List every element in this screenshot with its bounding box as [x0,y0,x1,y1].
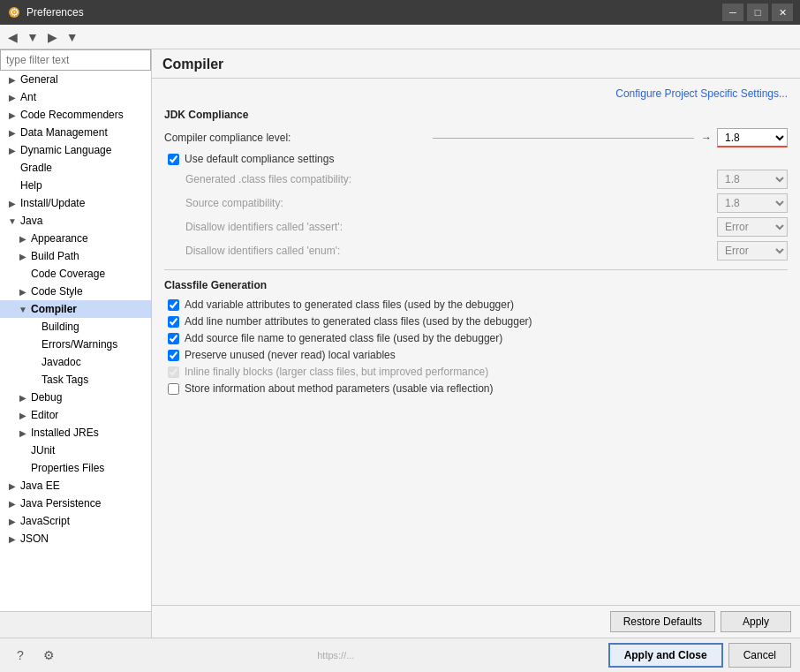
sidebar-item-appearance[interactable]: ▶Appearance [0,230,151,247]
help-icon-button[interactable]: ? [9,644,32,667]
sidebar-item-data-management[interactable]: ▶Data Management [0,124,151,141]
sidebar-item-label-gradle: Gradle [20,162,52,174]
apply-close-button[interactable]: Apply and Close [608,643,723,668]
classfile-row-inline-finally: Inline finally blocks (larger class file… [164,366,788,378]
generated-select[interactable]: 1.8 [717,170,788,189]
label-preserve-unused[interactable]: Preserve unused (never read) local varia… [185,349,396,361]
arrow-right-icon: → [701,132,712,144]
expander-editor: ▶ [18,410,28,420]
label-add-line-number[interactable]: Add line number attributes to generated … [185,315,532,328]
classfile-row-add-source-file: Add source file name to generated class … [164,332,788,344]
checkbox-add-line-number[interactable] [168,316,179,328]
sidebar-item-label-install-update: Install/Update [20,197,85,209]
expander-general: ▶ [7,74,18,85]
sidebar-item-label-java-ee: Java EE [20,479,60,492]
expander-ant: ▶ [7,92,18,102]
app-icon: ⚙ [7,5,21,19]
label-add-variable[interactable]: Add variable attributes to generated cla… [185,298,514,311]
source-compat-row: Source compatibility: 1.8 [164,193,788,213]
expander-java: ▼ [7,215,18,226]
dialog-bottom-bar: ? ⚙ https://... Apply and Close Cancel [0,638,800,672]
checkbox-add-variable[interactable] [168,299,179,311]
watermark-text: https://... [317,650,354,661]
back-dropdown-button[interactable]: ▼ [22,28,43,46]
maximize-button[interactable]: □ [747,4,768,21]
sidebar-item-label-debug: Debug [31,391,62,404]
sidebar-item-compiler[interactable]: ▼Compiler [0,300,151,318]
compliance-level-select[interactable]: 1.8 1.7 1.6 11 14 [717,128,788,147]
sidebar-bottom [0,611,151,638]
bottom-left-actions: ? ⚙ [9,644,60,667]
sidebar-item-build-path[interactable]: ▶Build Path [0,247,151,265]
sidebar-item-code-recommenders[interactable]: ▶Code Recommenders [0,106,151,124]
cancel-button[interactable]: Cancel [728,643,791,668]
sidebar-item-general[interactable]: ▶General [0,71,151,88]
use-default-label[interactable]: Use default compliance settings [185,153,334,165]
sidebar-item-code-coverage[interactable]: Code Coverage [0,265,151,283]
configure-link-row: Configure Project Specific Settings... [164,87,788,100]
sidebar-item-help[interactable]: Help [0,177,151,194]
content-pane: Compiler Configure Project Specific Sett… [152,49,800,638]
forward-dropdown-button[interactable]: ▼ [62,28,83,46]
sidebar-item-dynamic-language[interactable]: ▶Dynamic Language [0,141,151,159]
sidebar-item-javascript[interactable]: ▶JavaScript [0,512,151,530]
settings-icon-button[interactable]: ⚙ [37,644,60,667]
expander-data-management: ▶ [7,127,18,138]
sidebar-item-label-json: JSON [20,532,49,545]
sidebar-item-junit[interactable]: JUnit [0,442,151,459]
sidebar-item-code-style[interactable]: ▶Code Style [0,283,151,300]
sidebar-item-javadoc[interactable]: Javadoc [0,353,151,371]
back-button[interactable]: ◀ [4,28,22,46]
forward-button[interactable]: ▶ [43,28,62,46]
checkbox-add-source-file[interactable] [168,333,179,344]
close-button[interactable]: ✕ [772,4,793,21]
label-inline-finally: Inline finally blocks (larger class file… [185,366,488,378]
sidebar-item-label-compiler: Compiler [31,303,77,315]
apply-button[interactable]: Apply [721,611,791,632]
configure-project-link[interactable]: Configure Project Specific Settings... [615,87,788,100]
sidebar-item-task-tags[interactable]: Task Tags [0,371,151,389]
sidebar-item-installed-jres[interactable]: ▶Installed JREs [0,424,151,442]
sidebar-item-label-general: General [20,73,58,86]
sidebar-item-java[interactable]: ▼Java [0,212,151,230]
sidebar-item-errors-warnings[interactable]: Errors/Warnings [0,336,151,353]
restore-defaults-button[interactable]: Restore Defaults [610,611,715,632]
expander-task-tags [28,374,39,385]
label-store-method-params[interactable]: Store information about method parameter… [185,382,494,395]
tree-container: ▶General▶Ant▶Code Recommenders▶Data Mana… [0,71,151,611]
sidebar-item-properties-files[interactable]: Properties Files [0,459,151,477]
sidebar-item-debug[interactable]: ▶Debug [0,389,151,406]
sidebar-item-json[interactable]: ▶JSON [0,530,151,547]
titlebar: ⚙ Preferences ─ □ ✕ [0,0,800,25]
checkbox-store-method-params[interactable] [168,383,179,395]
sidebar-item-install-update[interactable]: ▶Install/Update [0,194,151,212]
checkbox-preserve-unused[interactable] [168,350,179,361]
disallow-enum-select[interactable]: Error Warning Ignore [717,241,788,260]
sidebar-item-label-installed-jres: Installed JREs [31,427,99,439]
bottom-bar: Restore Defaults Apply [152,605,800,638]
classfile-row-add-line-number: Add line number attributes to generated … [164,315,788,328]
disallow-assert-select[interactable]: Error Warning Ignore [717,217,788,237]
label-add-source-file[interactable]: Add source file name to generated class … [185,332,502,344]
sidebar-item-label-javascript: JavaScript [20,515,70,527]
sidebar-item-gradle[interactable]: Gradle [0,159,151,177]
sidebar-item-java-persistence[interactable]: ▶Java Persistence [0,495,151,512]
classfile-row-preserve-unused: Preserve unused (never read) local varia… [164,349,788,361]
expander-install-update: ▶ [7,198,18,208]
disallow-enum-row: Disallow identifiers called 'enum': Erro… [164,241,788,260]
expander-installed-jres: ▶ [18,427,28,438]
sidebar-item-editor[interactable]: ▶Editor [0,406,151,424]
minimize-button[interactable]: ─ [722,4,743,21]
source-select[interactable]: 1.8 [717,193,788,213]
filter-input[interactable] [0,49,151,71]
sidebar-item-ant[interactable]: ▶Ant [0,88,151,106]
sidebar-item-building[interactable]: Building [0,318,151,336]
sidebar-item-label-building: Building [42,321,79,333]
content-header: Compiler [152,49,800,79]
sidebar-item-java-ee[interactable]: ▶Java EE [0,477,151,495]
expander-build-path: ▶ [18,251,28,261]
expander-javascript: ▶ [7,516,18,526]
use-default-checkbox[interactable] [168,154,179,165]
expander-code-recommenders: ▶ [7,109,18,120]
window-title: Preferences [26,6,722,19]
